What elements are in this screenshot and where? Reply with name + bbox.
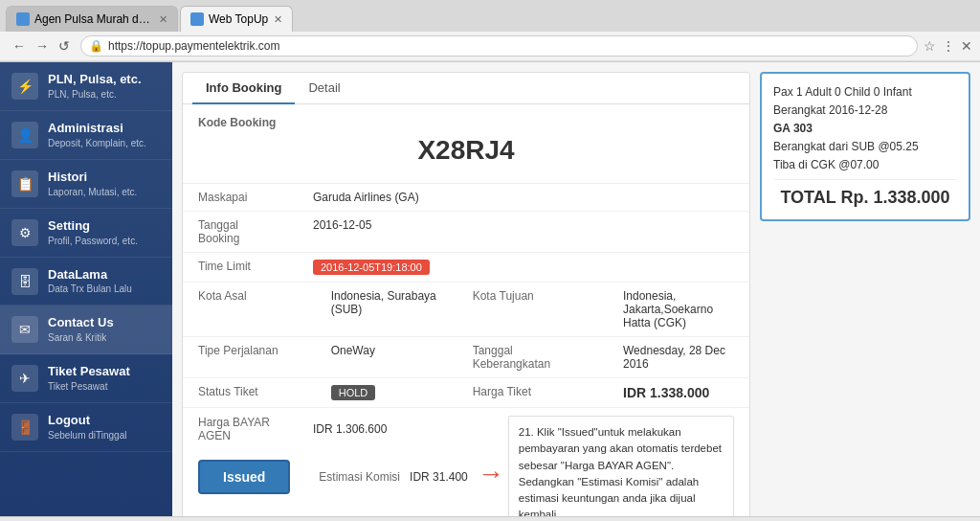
status-bar: Chrome 54 on Windows -- Copyright © 2011 [0,516,980,521]
table-row: Time Limit 2016-12-05T19:18:00 [183,253,749,283]
timelimit-value: 2016-12-05T19:18:00 [298,253,749,283]
booking-code-value: X28RJ4 [198,129,734,171]
nav-icons: ☆ ⋮ ✕ [924,38,972,54]
tab-favicon-1 [16,12,30,26]
tab-header: Info Booking Detail [183,73,749,104]
logout-label: Logout [48,413,126,429]
timelimit-label: Time Limit [183,253,298,283]
depart-info: Berangkat 2016-12-28 [773,103,957,117]
browser-chrome: Agen Pulsa Murah dar P... ✕ Web TopUp ✕ … [0,0,980,62]
total-price: TOTAL Rp. 1.338.000 [773,179,957,208]
table-row: Maskapai Garuda Airlines (GA) [183,184,749,212]
tanggal-keberangkatan-value: Wednesday, 28 Dec 2016 [608,337,749,378]
tab-2[interactable]: Web TopUp ✕ [180,6,293,32]
tab-bar: Agen Pulsa Murah dar P... ✕ Web TopUp ✕ [0,0,980,32]
kota-asal-value: Indonesia, Surabaya (SUB) [316,283,457,337]
tab-close-1[interactable]: ✕ [159,13,167,26]
sidebar-item-histori[interactable]: 📋 Histori Laporan, Mutasi, etc. [0,160,172,209]
pln-sublabel: PLN, Pulsa, etc. [48,88,142,101]
info-table: Maskapai Garuda Airlines (GA) Tanggal Bo… [183,184,749,283]
tab-detail[interactable]: Detail [295,73,353,104]
kota-tujuan-label: Kota Tujuan [457,283,608,337]
administrasi-label: Administrasi [48,121,146,137]
tab-favicon-2 [190,12,204,26]
status-value: HOLD [316,378,457,408]
tiketpesawat-sublabel: Tiket Pesawat [48,380,130,393]
annotation-box: 21. Klik "Issued"untuk melakukan pembaya… [508,416,734,516]
histori-sublabel: Laporan, Mutasi, etc. [48,186,137,198]
tab-close-2[interactable]: ✕ [274,13,282,26]
flight-info-card: Pax 1 Adult 0 Child 0 Infant Berangkat 2… [760,72,970,221]
setting-sublabel: Profil, Password, etc. [48,235,138,247]
tab-title-2: Web TopUp [209,12,268,26]
sidebar-item-datalama[interactable]: 🗄 DataLama Data Trx Bulan Lalu [0,258,172,306]
flight-number: GA 303 [773,122,957,135]
arrow-icon: → [478,459,504,489]
sidebar: ⚡ PLN, Pulsa, etc. PLN, Pulsa, etc. 👤 Ad… [0,62,172,516]
maskapai-value: Garuda Airlines (GA) [298,184,749,212]
forward-button[interactable]: → [31,36,54,56]
tab-info-booking[interactable]: Info Booking [192,73,295,104]
tipe-value: OneWay [316,337,457,378]
booking-panel: Info Booking Detail Kode Booking X28RJ4 … [182,72,750,516]
pln-icon: ⚡ [11,73,38,100]
tanggal-label: Tanggal Booking [183,212,298,253]
main-content: Info Booking Detail Kode Booking X28RJ4 … [172,62,980,516]
sidebar-item-tiketpesawat[interactable]: ✈ Tiket Pesawat Tiket Pesawat [0,354,172,403]
address-text: https://topup.paymentelektrik.com [108,39,909,53]
info-box: Pax 1 Adult 0 Child 0 Infant Berangkat 2… [760,72,970,516]
tab-1[interactable]: Agen Pulsa Murah dar P... ✕ [6,6,178,32]
contactus-label: Contact Us [48,315,114,331]
depart-from: Berangkat dari SUB @05.25 [773,140,957,153]
table-row: Tipe Perjalanan OneWay Tanggal Keberangk… [183,337,749,378]
tanggal-value: 2016-12-05 [298,212,749,253]
content-area: Info Booking Detail Kode Booking X28RJ4 … [172,62,980,516]
status-badge: HOLD [331,385,376,400]
star-button[interactable]: ☆ [924,38,936,54]
booking-code-label: Kode Booking [198,116,734,129]
sidebar-item-pln[interactable]: ⚡ PLN, Pulsa, etc. PLN, Pulsa, etc. [0,62,172,111]
tab-title-1: Agen Pulsa Murah dar P... [34,12,153,26]
table-row: Kota Asal Indonesia, Surabaya (SUB) Kota… [183,283,749,337]
time-limit-badge: 2016-12-05T19:18:00 [313,260,430,275]
histori-label: Histori [48,170,137,186]
administrasi-sublabel: Deposit, Komplain, etc. [48,137,146,149]
setting-label: Setting [48,218,138,235]
reload-button[interactable]: ↺ [54,36,75,56]
nav-bar: ← → ↺ 🔒 https://topup.paymentelektrik.co… [0,32,980,61]
app-layout: ⚡ PLN, Pulsa, etc. PLN, Pulsa, etc. 👤 Ad… [0,62,980,516]
arrive-at: Tiba di CGK @07.00 [773,158,957,171]
harga-tiket-label: Harga Tiket [457,378,608,408]
contactus-sublabel: Saran & Kritik [48,331,114,344]
close-window-button[interactable]: ✕ [961,38,972,54]
table-row: Tanggal Booking 2016-12-05 [183,212,749,253]
logout-icon: 🚪 [11,414,38,441]
tiketpesawat-label: Tiket Pesawat [48,364,130,380]
bottom-row: Harga BAYAR AGENIDR 1.306.600IssuedEstim… [183,408,749,516]
contactus-icon: ✉ [11,316,38,343]
table-row: Status Tiket HOLD Harga Tiket IDR 1.338.… [183,378,749,408]
kota-asal-label: Kota Asal [183,283,316,337]
administrasi-icon: 👤 [11,122,38,148]
maskapai-label: Maskapai [183,184,298,212]
annotation-text: 21. Klik "Issued"untuk melakukan pembaya… [519,426,722,516]
sidebar-item-administrasi[interactable]: 👤 Administrasi Deposit, Komplain, etc. [0,111,172,160]
harga-tiket-value: IDR 1.338.000 [608,378,749,408]
datalama-sublabel: Data Trx Bulan Lalu [48,283,132,295]
back-button[interactable]: ← [8,36,31,56]
sidebar-item-contactus[interactable]: ✉ Contact Us Saran & Kritik [0,306,172,354]
lock-icon: 🔒 [89,39,103,53]
logout-sublabel: Sebelum diTinggal [48,429,126,442]
histori-icon: 📋 [11,170,38,197]
issued-button[interactable]: Issued [198,460,290,494]
kota-tujuan-value: Indonesia, Jakarta,Soekarno Hatta (CGK) [608,283,749,337]
menu-button[interactable]: ⋮ [942,38,955,54]
pax-info: Pax 1 Adult 0 Child 0 Infant [773,85,957,99]
two-col-table: Kota Asal Indonesia, Surabaya (SUB) Kota… [183,283,749,408]
sidebar-item-logout[interactable]: 🚪 Logout Sebelum diTinggal [0,403,172,452]
tanggal-keberangkatan-label: Tanggal Keberangkatan [457,337,608,378]
setting-icon: ⚙ [11,219,38,246]
address-bar[interactable]: 🔒 https://topup.paymentelektrik.com [80,35,918,57]
sidebar-item-setting[interactable]: ⚙ Setting Profil, Password, etc. [0,209,172,258]
pln-label: PLN, Pulsa, etc. [48,72,142,88]
